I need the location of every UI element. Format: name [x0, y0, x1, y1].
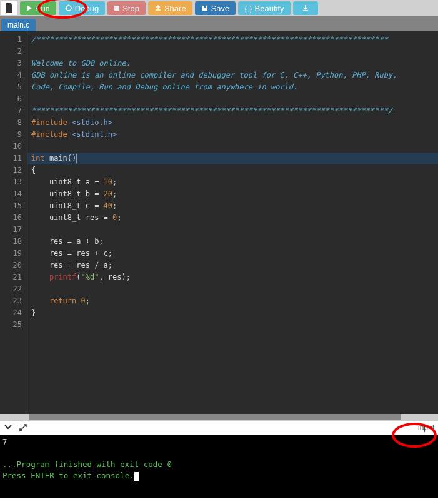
svg-rect-4 — [114, 6, 119, 11]
save-icon — [201, 4, 209, 12]
line-number: 15 — [2, 200, 22, 212]
play-icon — [26, 5, 32, 11]
stop-button[interactable]: Stop — [107, 1, 146, 15]
line-number: 18 — [2, 236, 22, 248]
code-line[interactable]: Welcome to GDB online. — [31, 58, 434, 69]
code-line[interactable]: int main() — [27, 153, 438, 164]
braces-icon: { } — [244, 4, 252, 13]
debug-label: Debug — [75, 4, 99, 13]
line-number: 12 — [2, 164, 22, 176]
line-number: 11 — [2, 153, 22, 164]
line-number: 19 — [2, 248, 22, 260]
line-number: 8 — [2, 117, 22, 129]
line-number: 10 — [2, 141, 22, 153]
save-label: Save — [211, 4, 230, 13]
exit-message: ...Program finished with exit code 0 — [2, 460, 172, 469]
expand-icon[interactable] — [19, 423, 27, 432]
code-line[interactable] — [31, 224, 434, 236]
tab-main-c[interactable]: main.c — [1, 19, 36, 31]
code-editor[interactable]: 1234567891011121314151617181920212223242… — [0, 31, 438, 420]
code-line[interactable] — [31, 93, 434, 105]
line-number: 22 — [2, 283, 22, 295]
code-line[interactable]: Code, Compile, Run and Debug online from… — [31, 81, 434, 93]
code-line[interactable]: printf("%d", res); — [31, 271, 434, 283]
line-number: 4 — [2, 69, 22, 81]
code-line[interactable]: uint8_t c = 40; — [31, 200, 434, 212]
input-label[interactable]: input — [418, 423, 434, 432]
editor-scrollbar[interactable] — [0, 414, 438, 420]
share-label: Share — [164, 4, 186, 13]
tab-bar: main.c — [0, 16, 438, 31]
line-gutter: 1234567891011121314151617181920212223242… — [0, 31, 27, 420]
svg-rect-5 — [204, 6, 206, 8]
new-file-icon[interactable] — [1, 1, 17, 15]
line-number: 24 — [2, 307, 22, 319]
code-line[interactable]: uint8_t res = 0; — [31, 212, 434, 224]
line-number: 23 — [2, 295, 22, 307]
run-label: Run — [35, 4, 50, 13]
code-line[interactable]: } — [31, 307, 434, 319]
code-line[interactable]: uint8_t a = 10; — [31, 176, 434, 188]
line-number: 9 — [2, 129, 22, 141]
code-line[interactable]: uint8_t b = 20; — [31, 188, 434, 200]
line-number: 25 — [2, 319, 22, 331]
code-line[interactable]: { — [31, 164, 434, 176]
code-line[interactable]: #include <stdint.h> — [31, 129, 434, 141]
run-button[interactable]: Run — [20, 1, 56, 15]
line-number: 5 — [2, 81, 22, 93]
code-line[interactable]: res = a + b; — [31, 236, 434, 248]
line-number: 2 — [2, 46, 22, 58]
code-line[interactable] — [31, 46, 434, 58]
download-icon — [302, 4, 309, 12]
line-number: 17 — [2, 224, 22, 236]
console-cursor — [134, 472, 139, 481]
debug-button[interactable]: Debug — [59, 1, 105, 15]
code-line[interactable]: return 0; — [31, 295, 434, 307]
collapse-icon[interactable] — [4, 423, 12, 432]
code-line[interactable]: #include <stdio.h> — [31, 117, 434, 129]
console-output[interactable]: 7 ...Program finished with exit code 0 P… — [0, 435, 438, 498]
console-toolbar: input — [0, 420, 438, 435]
line-number: 7 — [2, 105, 22, 117]
line-number: 13 — [2, 176, 22, 188]
beautify-label: Beautify — [255, 4, 284, 13]
line-number: 21 — [2, 271, 22, 283]
save-button[interactable]: Save — [195, 1, 236, 15]
share-button[interactable]: Share — [148, 1, 192, 15]
bug-icon — [65, 4, 72, 12]
line-number: 1 — [2, 34, 22, 46]
code-line[interactable]: res = res / a; — [31, 260, 434, 271]
line-number: 20 — [2, 260, 22, 271]
code-line[interactable]: GDB online is an online compiler and deb… — [31, 69, 434, 81]
line-number: 14 — [2, 188, 22, 200]
line-number: 3 — [2, 58, 22, 69]
code-line[interactable]: ****************************************… — [31, 105, 434, 117]
line-number: 16 — [2, 212, 22, 224]
scrollbar-thumb[interactable] — [29, 414, 401, 420]
code-area[interactable]: /***************************************… — [27, 31, 438, 420]
code-line[interactable] — [31, 141, 434, 153]
line-number: 6 — [2, 93, 22, 105]
code-line[interactable] — [31, 283, 434, 295]
exit-prompt: Press ENTER to exit console. — [2, 471, 134, 480]
download-button[interactable] — [293, 1, 318, 15]
toolbar: Run Debug Stop Share Save { } Beautify — [0, 0, 438, 16]
code-line[interactable]: res = res + c; — [31, 248, 434, 260]
code-line[interactable] — [31, 319, 434, 331]
beautify-button[interactable]: { } Beautify — [238, 1, 290, 15]
code-line[interactable]: /***************************************… — [31, 34, 434, 46]
share-icon — [154, 4, 162, 12]
svg-point-0 — [66, 6, 71, 11]
stop-label: Stop — [122, 4, 139, 13]
stop-icon — [114, 5, 120, 11]
program-output: 7 — [2, 437, 7, 446]
